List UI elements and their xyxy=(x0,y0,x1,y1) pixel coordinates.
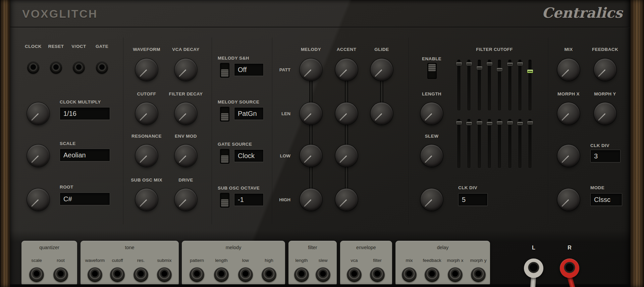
slider-handle[interactable] xyxy=(486,62,493,66)
filter-cutoff-slider[interactable] xyxy=(508,60,512,111)
filter-cutoff-slider[interactable] xyxy=(498,119,501,168)
slider-handle[interactable] xyxy=(527,121,533,125)
filter-cutoff-slider[interactable] xyxy=(468,119,471,168)
output-jack-cutoff[interactable] xyxy=(110,267,125,282)
scale-display[interactable]: Aeolian xyxy=(60,149,110,161)
output-jack-pattern[interactable] xyxy=(190,267,204,282)
scale-knob[interactable] xyxy=(27,145,49,167)
gate-input-jack[interactable] xyxy=(96,62,108,73)
root-knob[interactable] xyxy=(27,189,49,211)
accent-low-knob[interactable] xyxy=(335,145,358,167)
accent-len-knob[interactable] xyxy=(335,102,358,125)
filter-clk-div-knob[interactable] xyxy=(421,189,443,211)
cutoff-knob[interactable] xyxy=(136,102,158,125)
root-display[interactable]: C# xyxy=(60,193,110,205)
glide-patt-knob[interactable] xyxy=(371,59,393,81)
output-jack-vca[interactable] xyxy=(347,267,362,282)
delay-clk-div-knob[interactable] xyxy=(557,145,580,167)
resonance-knob[interactable] xyxy=(136,145,158,167)
filter-cutoff-slider[interactable] xyxy=(529,119,532,168)
vca-decay-knob[interactable] xyxy=(175,59,197,81)
melody-patt-knob[interactable] xyxy=(300,59,322,81)
output-jack-low[interactable] xyxy=(238,267,253,282)
output-jack-root[interactable] xyxy=(53,267,68,282)
output-jack-feedback[interactable] xyxy=(425,267,439,282)
clock-multiply-display[interactable]: 1/16 xyxy=(60,107,110,120)
morph-y-knob[interactable] xyxy=(594,102,616,125)
filter-cutoff-slider[interactable] xyxy=(458,119,461,168)
sub-osc-octave-display[interactable]: -1 xyxy=(234,193,264,206)
output-jack-submix[interactable] xyxy=(157,267,172,282)
slider-handle[interactable] xyxy=(507,62,513,66)
filter-decay-knob[interactable] xyxy=(175,102,197,125)
filter-cutoff-slider[interactable] xyxy=(519,119,522,168)
output-jack-length[interactable] xyxy=(214,267,229,282)
feedback-knob[interactable] xyxy=(594,59,616,81)
filter-cutoff-slider[interactable] xyxy=(468,60,471,111)
output-jack-morphy[interactable] xyxy=(471,267,486,282)
slider-handle[interactable] xyxy=(466,122,472,126)
accent-high-knob[interactable] xyxy=(335,189,358,211)
filter-cutoff-slider[interactable] xyxy=(508,119,512,168)
mode-display[interactable]: Clssc xyxy=(590,193,622,206)
output-jack-res[interactable] xyxy=(133,267,148,282)
slider-handle[interactable] xyxy=(496,68,503,72)
slider-handle[interactable] xyxy=(527,69,533,73)
slider-handle[interactable] xyxy=(517,62,523,66)
enable-switch[interactable] xyxy=(427,63,437,79)
clock-input-jack[interactable] xyxy=(28,62,39,73)
slider-handle[interactable] xyxy=(476,66,483,70)
slider-handle[interactable] xyxy=(456,62,462,66)
morph-x-knob[interactable] xyxy=(557,102,580,125)
melody-sh-display[interactable]: Off xyxy=(234,63,264,76)
filter-cutoff-slider[interactable] xyxy=(458,60,461,111)
output-jack-waveform[interactable] xyxy=(88,267,102,282)
filter-clk-div-display[interactable]: 5 xyxy=(458,193,488,206)
env-mod-knob[interactable] xyxy=(175,145,197,167)
filter-cutoff-slider[interactable] xyxy=(478,60,481,111)
slider-handle[interactable] xyxy=(496,121,503,125)
filter-cutoff-slider[interactable] xyxy=(478,119,481,168)
output-jack-mix[interactable] xyxy=(402,267,417,282)
slider-handle[interactable] xyxy=(507,121,513,125)
output-r-jack[interactable] xyxy=(560,259,579,278)
voct-input-jack[interactable] xyxy=(73,62,85,73)
output-jack-morphx[interactable] xyxy=(448,267,463,282)
melody-source-switch[interactable] xyxy=(220,107,229,122)
sub-osc-mix-knob[interactable] xyxy=(136,189,158,211)
delay-clk-div-display[interactable]: 3 xyxy=(590,150,621,162)
clock-multiply-knob[interactable] xyxy=(27,102,49,125)
output-jack-scale[interactable] xyxy=(29,267,44,282)
gate-source-display[interactable]: Clock xyxy=(234,149,264,162)
melody-high-knob[interactable] xyxy=(300,189,322,211)
output-l-jack[interactable] xyxy=(524,259,543,278)
output-jack-flength[interactable] xyxy=(294,267,309,282)
output-jack-filter[interactable] xyxy=(370,267,385,282)
melody-low-knob[interactable] xyxy=(300,145,322,167)
melody-sh-switch[interactable] xyxy=(220,63,229,78)
accent-patt-knob[interactable] xyxy=(335,59,358,81)
melody-source-display[interactable]: PatGn xyxy=(234,107,264,120)
output-jack-slew[interactable] xyxy=(316,267,330,282)
slider-handle[interactable] xyxy=(476,121,483,125)
mix-knob[interactable] xyxy=(557,59,580,81)
slider-handle[interactable] xyxy=(517,122,523,126)
gate-source-switch[interactable] xyxy=(220,149,229,164)
slider-handle[interactable] xyxy=(456,121,462,125)
env-length-knob[interactable] xyxy=(421,102,443,125)
reset-input-jack[interactable] xyxy=(50,62,62,73)
filter-cutoff-slider[interactable] xyxy=(529,60,532,111)
glide-len-knob[interactable] xyxy=(371,102,393,125)
filter-cutoff-slider[interactable] xyxy=(498,60,501,111)
slew-knob[interactable] xyxy=(421,145,443,167)
mode-knob[interactable] xyxy=(557,189,580,211)
slider-handle[interactable] xyxy=(486,122,493,126)
output-jack-high[interactable] xyxy=(262,267,276,282)
filter-cutoff-slider[interactable] xyxy=(488,60,491,111)
slider-handle[interactable] xyxy=(466,62,472,66)
melody-len-knob[interactable] xyxy=(300,102,322,125)
filter-cutoff-slider[interactable] xyxy=(519,60,522,111)
waveform-knob[interactable] xyxy=(136,59,158,81)
sub-osc-octave-switch[interactable] xyxy=(220,193,229,208)
filter-cutoff-slider[interactable] xyxy=(488,119,491,168)
